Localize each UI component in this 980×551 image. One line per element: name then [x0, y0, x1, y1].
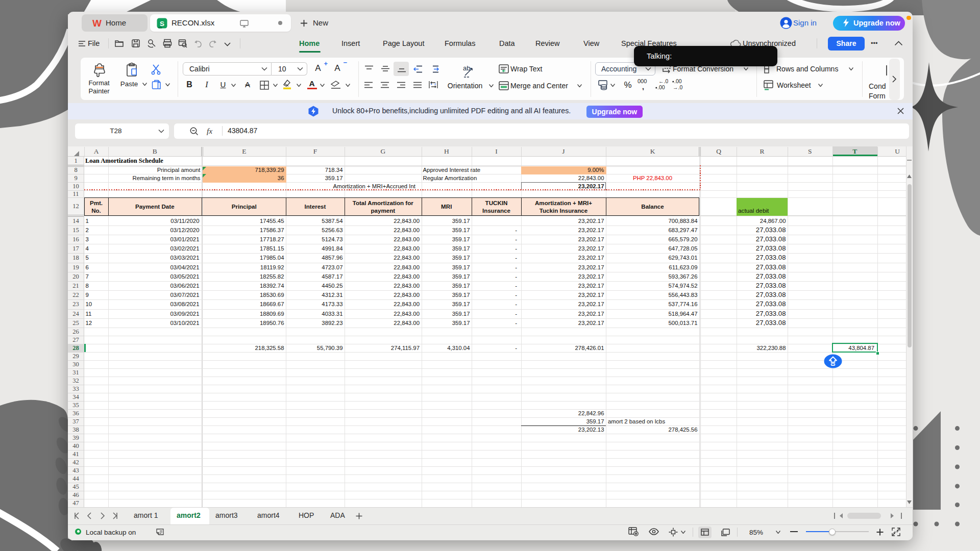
svg-text:→.0: →.0 [673, 84, 682, 90]
svg-text:.00: .00 [674, 79, 682, 84]
svg-text:S: S [160, 19, 164, 27]
svg-text:←.0: ←.0 [658, 79, 668, 84]
svg-text:W: W [92, 18, 102, 29]
svg-text:.00: .00 [657, 84, 665, 90]
svg-text:,: , [642, 83, 644, 90]
